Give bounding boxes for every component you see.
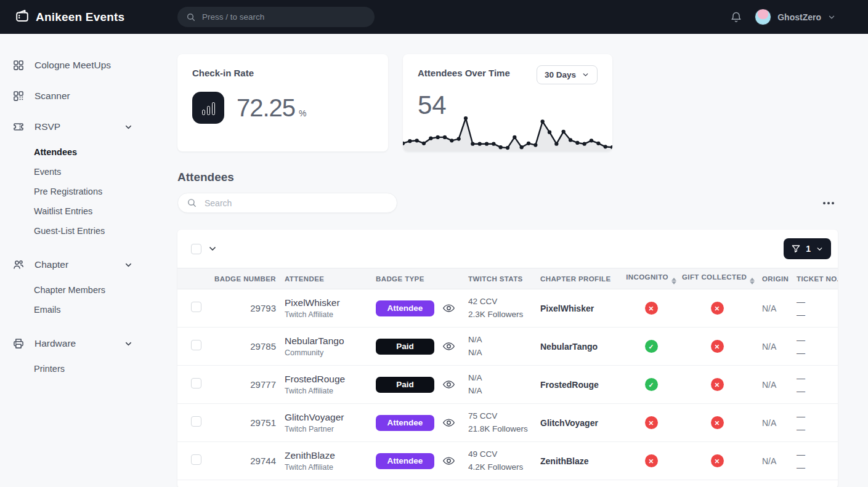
- sidebar-item-chapter-members[interactable]: Chapter Members: [0, 280, 160, 300]
- select-menu-chevron-icon[interactable]: [208, 244, 217, 254]
- attendee-name: ZenithBlaze: [285, 450, 376, 461]
- sidebar-group-rsvp[interactable]: RSVP: [0, 111, 160, 142]
- range-select-value: 30 Days: [545, 70, 576, 79]
- row-checkbox[interactable]: [191, 302, 201, 312]
- user-menu[interactable]: GhostZero: [755, 9, 836, 25]
- sidebar-item-label: Cologne MeetUps: [34, 60, 111, 71]
- sort-icon[interactable]: [671, 278, 676, 284]
- sidebar-group-label: Hardware: [34, 338, 76, 349]
- select-all-checkbox[interactable]: [191, 244, 201, 254]
- app-title: Anikeen Events: [36, 10, 124, 24]
- range-select[interactable]: 30 Days: [537, 65, 598, 84]
- sidebar-item-label: Scanner: [34, 91, 70, 102]
- eye-icon[interactable]: [442, 416, 455, 429]
- badge-number: 29744: [209, 442, 276, 480]
- table-row[interactable]: 29793 PixelWhiskerTwitch Affiliate Atten…: [177, 289, 838, 328]
- ticket-no-value: ——: [790, 404, 838, 442]
- chevron-down-icon: [124, 339, 133, 348]
- row-checkbox[interactable]: [191, 416, 201, 427]
- col-ticket-no: TICKET NO.: [790, 268, 838, 289]
- sort-icon[interactable]: [750, 278, 755, 284]
- attendee-name: GlitchVoyager: [285, 412, 376, 423]
- chapter-profile: FrostedRouge: [540, 366, 620, 404]
- table-row[interactable]: 29777 FrostedRougeTwitch Affiliate Paid …: [177, 366, 838, 404]
- row-checkbox[interactable]: [191, 340, 201, 350]
- notifications-bell-icon[interactable]: [730, 11, 742, 23]
- sidebar-item-events[interactable]: Events: [0, 162, 160, 182]
- row-checkbox[interactable]: [191, 454, 201, 465]
- badge-type-pill: Paid: [376, 339, 434, 355]
- sidebar-item-printers[interactable]: Printers: [0, 359, 160, 379]
- sidebar-group-hardware[interactable]: Hardware: [0, 328, 160, 359]
- overtime-card-title: Attendees Over Time: [418, 68, 510, 78]
- chapter-profile: GlitchVoyager: [540, 404, 620, 442]
- badge-type-pill: Attendee: [376, 453, 434, 469]
- attendee-name: NebularTango: [285, 336, 376, 347]
- eye-icon[interactable]: [442, 302, 455, 315]
- checkin-rate-unit: %: [299, 108, 306, 118]
- table-row[interactable]: 29751 GlitchVoyagerTwitch Partner Attend…: [177, 404, 838, 442]
- sidebar-item-attendees[interactable]: Attendees: [0, 142, 160, 162]
- origin-value: N/A: [752, 328, 790, 366]
- ticket-no-value: ——: [790, 442, 838, 480]
- global-search-input[interactable]: [202, 12, 366, 22]
- filter-button[interactable]: 1: [784, 238, 831, 259]
- col-badge-number: BADGE NUMBER: [209, 268, 276, 289]
- eye-icon[interactable]: [442, 340, 455, 353]
- attendees-search[interactable]: [177, 193, 397, 213]
- checkin-rate-value: 72.25: [237, 94, 295, 121]
- global-search[interactable]: [177, 7, 375, 27]
- sidebar-item-cologne-meetups[interactable]: Cologne MeetUps: [0, 50, 160, 81]
- origin-value: N/A: [752, 442, 790, 480]
- gift-status-icon: [711, 340, 724, 353]
- eye-icon[interactable]: [442, 378, 455, 391]
- badge-type-pill: Attendee: [376, 415, 434, 431]
- incognito-status-icon: [645, 378, 658, 391]
- attendee-subtitle: Twitch Partner: [285, 425, 376, 433]
- chevron-down-icon: [827, 13, 836, 22]
- more-options-button[interactable]: [819, 198, 838, 208]
- checkin-card-title: Check-in Rate: [192, 68, 373, 78]
- sidebar-item-emails[interactable]: Emails: [0, 300, 160, 320]
- sidebar-item-guest-list-entries[interactable]: Guest-List Entries: [0, 221, 160, 241]
- sidebar-item-waitlist-entries[interactable]: Waitlist Entries: [0, 201, 160, 221]
- sidebar-item-pre-registrations[interactable]: Pre Registrations: [0, 182, 160, 201]
- attendee-subtitle: Twitch Affiliate: [285, 463, 376, 472]
- attendees-search-input[interactable]: [205, 198, 388, 208]
- col-twitch-stats: TWITCH STATS: [468, 268, 540, 289]
- gift-status-icon: [711, 454, 724, 467]
- twitch-followers: 4.2K Followers: [468, 461, 540, 474]
- eye-icon[interactable]: [442, 454, 455, 467]
- col-badge-type: BADGE TYPE: [376, 268, 468, 289]
- twitch-followers: 2.3K Followers: [468, 308, 540, 321]
- table-row[interactable]: 29744 ZenithBlazeTwitch Affiliate Attend…: [177, 442, 838, 480]
- sidebar-item-scanner[interactable]: Scanner: [0, 81, 160, 111]
- gift-status-icon: [711, 378, 724, 391]
- checkin-rate-card: Check-in Rate 72.25%: [177, 54, 388, 151]
- twitch-followers: N/A: [468, 385, 540, 398]
- col-incognito: INCOGNITO: [620, 268, 682, 289]
- chevron-down-icon: [124, 123, 133, 132]
- badge-number: 29793: [209, 289, 276, 328]
- badge-type-pill: Attendee: [376, 300, 434, 316]
- printer-icon: [12, 337, 25, 350]
- attendee-subtitle: Twitch Affiliate: [285, 310, 376, 319]
- brand[interactable]: Anikeen Events: [15, 9, 177, 26]
- top-navbar: Anikeen Events GhostZero: [0, 0, 868, 34]
- row-checkbox[interactable]: [191, 378, 201, 388]
- sidebar-group-label: RSVP: [34, 121, 60, 132]
- origin-value: N/A: [752, 366, 790, 404]
- col-attendee: ATTENDEE: [276, 268, 376, 289]
- chapter-profile: NebularTango: [540, 328, 620, 366]
- chevron-down-icon: [816, 245, 824, 253]
- badge-number: 29785: [209, 328, 276, 366]
- sidebar-group-label: Chapter: [34, 259, 68, 270]
- table-row[interactable]: 29785 NebularTangoCommunity Paid N/AN/A …: [177, 328, 838, 366]
- wallet-logo-icon: [15, 9, 30, 26]
- twitch-ccv: N/A: [468, 334, 540, 347]
- twitch-ccv: N/A: [468, 372, 540, 385]
- filter-count: 1: [806, 244, 811, 254]
- badge-number: 29751: [209, 404, 276, 442]
- sidebar-group-chapter[interactable]: Chapter: [0, 249, 160, 280]
- search-icon: [186, 12, 196, 22]
